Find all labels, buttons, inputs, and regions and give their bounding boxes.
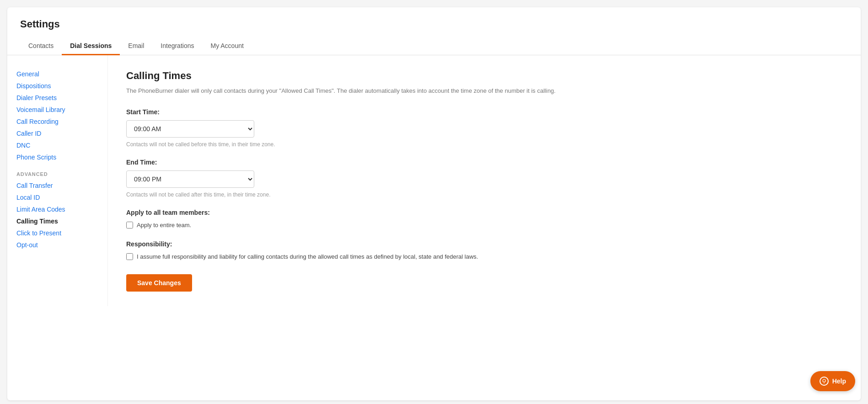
responsibility-checkbox-row: I assume full responsibility and liabili… [126,252,842,261]
chat-icon [820,377,829,386]
tab-dial-sessions[interactable]: Dial Sessions [62,37,120,55]
sidebar-item-phone-scripts[interactable]: Phone Scripts [16,151,98,163]
start-time-label: Start Time: [126,108,842,116]
tab-email[interactable]: Email [120,37,152,55]
start-time-select[interactable]: 12:00 AM12:30 AM01:00 AM01:30 AM02:00 AM… [126,120,254,138]
sidebar-item-caller-id[interactable]: Caller ID [16,128,98,139]
end-time-group: End Time: 12:00 AM12:30 AM01:00 AM01:30 … [126,159,842,198]
save-changes-button[interactable]: Save Changes [126,274,192,292]
body-layout: General Dispositions Dialer Presets Voic… [7,55,861,306]
responsibility-label: Responsibility: [126,240,842,248]
apply-section: Apply to all team members: Apply to enti… [126,209,842,230]
settings-container: Settings Contacts Dial Sessions Email In… [7,7,861,400]
sidebar-advanced-label: ADVANCED [16,171,98,177]
section-title: Calling Times [126,70,842,82]
main-content: Calling Times The PhoneBurner dialer wil… [108,55,861,306]
sidebar-item-call-recording[interactable]: Call Recording [16,116,98,128]
end-time-hint: Contacts will not be called after this t… [126,191,842,198]
help-label: Help [832,377,846,385]
end-time-label: End Time: [126,159,842,166]
tab-integrations[interactable]: Integrations [152,37,202,55]
sidebar-item-voicemail-library[interactable]: Voicemail Library [16,104,98,116]
apply-entire-team-checkbox[interactable] [126,222,133,229]
settings-header: Settings Contacts Dial Sessions Email In… [7,7,861,55]
sidebar-item-limit-area-codes[interactable]: Limit Area Codes [16,203,98,215]
tab-contacts[interactable]: Contacts [20,37,62,55]
responsibility-section: Responsibility: I assume full responsibi… [126,240,842,261]
sidebar-item-local-id[interactable]: Local ID [16,191,98,203]
start-time-group: Start Time: 12:00 AM12:30 AM01:00 AM01:3… [126,108,842,148]
start-time-hint: Contacts will not be called before this … [126,141,842,148]
tabs-nav: Contacts Dial Sessions Email Integration… [20,37,848,55]
sidebar-item-dispositions[interactable]: Dispositions [16,80,98,92]
apply-label: Apply to all team members: [126,209,842,216]
section-description: The PhoneBurner dialer will only call co… [126,86,842,96]
sidebar: General Dispositions Dialer Presets Voic… [7,55,108,306]
apply-checkbox-label[interactable]: Apply to entire team. [137,221,191,230]
sidebar-item-opt-out[interactable]: Opt-out [16,239,98,251]
help-button[interactable]: Help [810,371,855,391]
end-time-select[interactable]: 12:00 AM12:30 AM01:00 AM01:30 AM02:00 AM… [126,170,254,188]
sidebar-item-general[interactable]: General [16,68,98,80]
apply-checkbox-row: Apply to entire team. [126,221,842,230]
sidebar-item-calling-times[interactable]: Calling Times [16,215,98,227]
page-title: Settings [20,18,848,30]
sidebar-item-dialer-presets[interactable]: Dialer Presets [16,92,98,104]
sidebar-item-dnc[interactable]: DNC [16,139,98,151]
responsibility-checkbox[interactable] [126,253,133,260]
sidebar-item-call-transfer[interactable]: Call Transfer [16,180,98,191]
sidebar-item-click-to-present[interactable]: Click to Present [16,227,98,239]
responsibility-checkbox-label[interactable]: I assume full responsibility and liabili… [137,252,478,261]
svg-point-0 [823,379,825,382]
tab-my-account[interactable]: My Account [202,37,252,55]
